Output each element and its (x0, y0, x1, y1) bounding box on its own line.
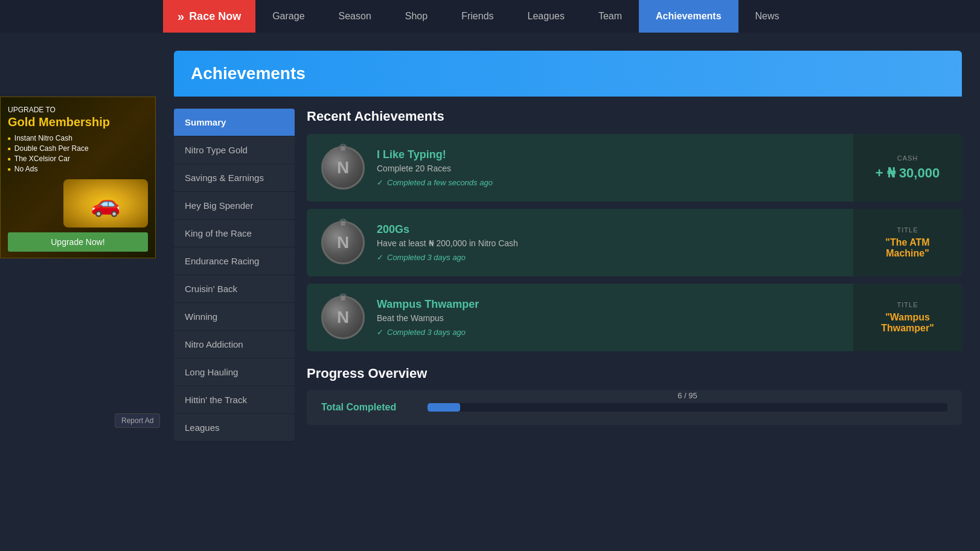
achievement-card: ♛ N Wampus Thwamper Beat the Wampus Comp… (307, 284, 962, 351)
side-menu-item-hittin--the-track[interactable]: Hittin' the Track (174, 386, 295, 414)
achievement-desc: Have at least ₦ 200,000 in Nitro Cash (377, 238, 839, 248)
progress-bar-bg (428, 403, 947, 412)
upgrade-now-button[interactable]: Upgrade Now! (8, 232, 148, 252)
content-area: SummaryNitro Type GoldSavings & Earnings… (174, 109, 962, 442)
side-menu-item-summary[interactable]: Summary (174, 109, 295, 136)
achievement-card: ♛ N I Like Typing! Complete 20 Races Com… (307, 134, 962, 202)
report-ad-button[interactable]: Report Ad (115, 413, 160, 428)
nav-link-friends[interactable]: Friends (444, 0, 510, 33)
achievement-badge: ♛ N (321, 296, 365, 339)
recent-achievements-title: Recent Achievements (307, 109, 962, 124)
side-menu-item-hey-big-spender[interactable]: Hey Big Spender (174, 192, 295, 220)
achievement-completed: Completed a few seconds ago (377, 178, 839, 187)
ad-feature-item: Instant Nitro Cash (8, 134, 148, 142)
achievement-reward: TITLE "Wampus Thwamper" (853, 284, 962, 351)
ad-sidebar: UPGRADE TO Gold Membership Instant Nitro… (0, 97, 156, 258)
crown-icon: ♛ (339, 142, 347, 153)
ad-features-list: Instant Nitro CashDouble Cash Per RaceTh… (8, 134, 148, 173)
achievement-info: Wampus Thwamper Beat the Wampus Complete… (377, 298, 839, 337)
main-wrapper: Achievements SummaryNitro Type GoldSavin… (162, 33, 980, 460)
achievement-badge: ♛ N (321, 221, 365, 264)
ad-car-area: 🚗 (8, 179, 148, 228)
progress-overview-title: Progress Overview (307, 366, 962, 381)
progress-card: Total Completed 6 / 95 (307, 390, 962, 425)
chevron-icon: » (178, 10, 184, 24)
nav-link-team[interactable]: Team (581, 0, 639, 33)
progress-bar-fill (428, 403, 460, 412)
achievements-main: Recent Achievements ♛ N I Like Typing! C… (307, 109, 962, 442)
ad-car-image: 🚗 (63, 179, 148, 228)
reward-value: "Wampus Thwamper" (863, 312, 952, 334)
crown-icon: ♛ (339, 291, 347, 303)
ad-feature-item: The XCelsior Car (8, 154, 148, 163)
progress-section: Progress Overview Total Completed 6 / 95 (307, 366, 962, 425)
nav-link-season[interactable]: Season (322, 0, 388, 33)
side-menu-item-cruisin--back[interactable]: Cruisin' Back (174, 275, 295, 303)
race-now-label: Race Now (189, 10, 241, 23)
nav-link-garage[interactable]: Garage (255, 0, 321, 33)
achievement-main: ♛ N Wampus Thwamper Beat the Wampus Comp… (307, 284, 853, 351)
crown-icon: ♛ (339, 217, 347, 228)
reward-value: + ₦ 30,000 (876, 165, 940, 181)
reward-label: CASH (897, 154, 918, 162)
nav-link-achievements[interactable]: Achievements (639, 0, 738, 33)
achievement-badge: ♛ N (321, 146, 365, 190)
side-menu-item-king-of-the-race[interactable]: King of the Race (174, 220, 295, 247)
side-menu-item-nitro-type-gold[interactable]: Nitro Type Gold (174, 136, 295, 164)
ad-feature-item: Double Cash Per Race (8, 144, 148, 153)
race-now-button[interactable]: » Race Now (163, 0, 255, 33)
ad-feature-item: No Ads (8, 165, 148, 173)
progress-count: 6 / 95 (428, 391, 947, 400)
reward-label: TITLE (897, 226, 918, 234)
reward-value: "The ATM Machine" (863, 237, 952, 259)
reward-label: TITLE (897, 301, 918, 308)
achievement-desc: Complete 20 Races (377, 164, 839, 173)
nav-link-news[interactable]: News (738, 0, 796, 33)
achievement-name: 200Gs (377, 223, 839, 236)
achievement-completed: Completed 3 days ago (377, 328, 839, 337)
achievement-main: ♛ N 200Gs Have at least ₦ 200,000 in Nit… (307, 209, 853, 276)
progress-label: Total Completed (321, 402, 418, 413)
side-menu-item-savings-&-earnings[interactable]: Savings & Earnings (174, 164, 295, 192)
progress-row: Total Completed 6 / 95 (321, 402, 947, 413)
achievement-completed: Completed 3 days ago (377, 253, 839, 262)
achievement-cards: ♛ N I Like Typing! Complete 20 Races Com… (307, 134, 962, 351)
achievements-header: Achievements (174, 51, 962, 97)
achievement-main: ♛ N I Like Typing! Complete 20 Races Com… (307, 134, 853, 202)
nav-link-leagues[interactable]: Leagues (511, 0, 581, 33)
achievement-name: I Like Typing! (377, 148, 839, 161)
achievement-info: I Like Typing! Complete 20 Races Complet… (377, 148, 839, 187)
page-title: Achievements (191, 64, 945, 83)
badge-icon: N (337, 233, 349, 252)
navigation: » Race Now GarageSeasonShopFriendsLeague… (0, 0, 980, 33)
side-menu-item-winning[interactable]: Winning (174, 303, 295, 331)
achievement-reward: CASH + ₦ 30,000 (853, 134, 962, 202)
achievement-desc: Beat the Wampus (377, 313, 839, 323)
progress-bar-area: 6 / 95 (428, 403, 947, 412)
side-menu-item-long-hauling[interactable]: Long Hauling (174, 358, 295, 386)
achievement-info: 200Gs Have at least ₦ 200,000 in Nitro C… (377, 223, 839, 262)
side-menu-item-endurance-racing[interactable]: Endurance Racing (174, 247, 295, 275)
badge-icon: N (337, 158, 349, 177)
ad-gold-title: Gold Membership (8, 115, 148, 129)
nav-link-shop[interactable]: Shop (388, 0, 444, 33)
side-menu-item-nitro-addiction[interactable]: Nitro Addiction (174, 331, 295, 358)
ad-upgrade-label: UPGRADE TO (8, 106, 148, 114)
side-menu: SummaryNitro Type GoldSavings & Earnings… (174, 109, 295, 442)
badge-icon: N (337, 308, 349, 327)
nav-links: GarageSeasonShopFriendsLeaguesTeamAchiev… (255, 0, 796, 33)
achievement-reward: TITLE "The ATM Machine" (853, 209, 962, 276)
achievement-card: ♛ N 200Gs Have at least ₦ 200,000 in Nit… (307, 209, 962, 276)
side-menu-item-leagues[interactable]: Leagues (174, 414, 295, 442)
achievement-name: Wampus Thwamper (377, 298, 839, 311)
